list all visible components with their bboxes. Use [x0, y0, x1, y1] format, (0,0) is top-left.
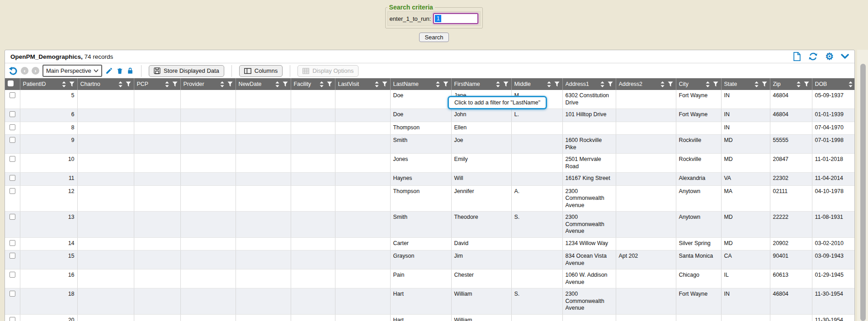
- search-button[interactable]: Search: [419, 33, 448, 42]
- criteria-input[interactable]: 1: [433, 13, 478, 24]
- filter-icon[interactable]: [382, 81, 387, 87]
- cell-address2: [616, 154, 676, 173]
- sort-icon[interactable]: [118, 81, 123, 87]
- select-all-header[interactable]: [5, 78, 20, 90]
- column-header-middle[interactable]: Middle: [511, 78, 562, 90]
- sort-icon[interactable]: [706, 81, 710, 87]
- grid-icon: [302, 68, 309, 74]
- undo-icon[interactable]: [9, 66, 18, 76]
- sort-icon[interactable]: [165, 81, 169, 87]
- cell-city: Anytown: [676, 212, 721, 238]
- sort-icon[interactable]: [320, 81, 324, 87]
- sort-icon[interactable]: [62, 81, 66, 87]
- row-checkbox[interactable]: [9, 92, 15, 98]
- sort-icon[interactable]: [600, 81, 604, 87]
- sort-icon[interactable]: [849, 81, 853, 87]
- row-checkbox[interactable]: [9, 214, 15, 220]
- refresh-icon[interactable]: [808, 52, 818, 61]
- cell-newdate: [236, 185, 291, 212]
- cell-patientid: 10: [20, 154, 77, 173]
- cell-patientid: 11: [20, 173, 77, 186]
- column-header-zip[interactable]: Zip: [770, 78, 812, 90]
- filter-icon[interactable]: [172, 81, 178, 87]
- filter-icon[interactable]: [804, 81, 809, 87]
- row-checkbox[interactable]: [9, 240, 15, 246]
- new-document-icon[interactable]: [793, 52, 801, 61]
- sort-icon[interactable]: [797, 81, 801, 87]
- cell-zip: 90401: [770, 250, 812, 269]
- edit-icon[interactable]: [105, 67, 113, 75]
- column-header-newdate[interactable]: NewDate: [236, 78, 291, 90]
- filter-icon[interactable]: [443, 81, 448, 87]
- column-header-firstname[interactable]: FirstName: [451, 78, 511, 90]
- filter-icon[interactable]: [227, 81, 233, 87]
- filter-icon[interactable]: [327, 81, 332, 87]
- sort-icon[interactable]: [547, 81, 551, 87]
- filter-icon[interactable]: [126, 81, 131, 87]
- search-criteria-section: Search criteria enter_1_to_run: 1 Search: [0, 0, 868, 42]
- lock-icon[interactable]: [127, 67, 134, 75]
- perspective-select[interactable]: Main Perspective: [42, 65, 102, 77]
- row-checkbox[interactable]: [9, 137, 15, 143]
- row-checkbox[interactable]: [9, 272, 15, 278]
- cell-zip: 46804: [770, 288, 812, 315]
- sort-icon[interactable]: [496, 81, 500, 87]
- sort-icon[interactable]: [660, 81, 665, 87]
- next-icon[interactable]: ›: [32, 67, 39, 75]
- sort-icon[interactable]: [275, 81, 279, 87]
- column-header-provider[interactable]: Provider: [180, 78, 236, 90]
- row-checkbox[interactable]: [9, 291, 15, 297]
- filter-icon[interactable]: [668, 81, 673, 87]
- cell-patientid: 16: [20, 269, 77, 288]
- sort-icon[interactable]: [220, 81, 224, 87]
- prev-icon[interactable]: ‹: [21, 67, 28, 75]
- column-header-address1[interactable]: Address1: [562, 78, 616, 90]
- sort-icon[interactable]: [375, 81, 379, 87]
- filter-icon[interactable]: [762, 81, 767, 87]
- delete-icon[interactable]: [116, 67, 123, 75]
- chevron-down-icon[interactable]: [841, 54, 849, 59]
- columns-icon: [244, 68, 251, 74]
- gear-icon[interactable]: ⚙: [825, 52, 834, 61]
- column-header-city[interactable]: City: [676, 78, 721, 90]
- row-checkbox[interactable]: [9, 111, 15, 117]
- table-row: 13SmithTheodoreS.2300 Commonwealth Avenu…: [5, 212, 854, 238]
- column-header-facility[interactable]: Facility: [291, 78, 335, 90]
- cell-facility: [291, 173, 335, 186]
- cell-state: IN: [721, 122, 770, 135]
- row-checkbox[interactable]: [9, 124, 15, 130]
- column-header-state[interactable]: State: [721, 78, 770, 90]
- column-header-lastname[interactable]: LastName: [390, 78, 451, 90]
- row-checkbox[interactable]: [9, 156, 15, 162]
- row-checkbox[interactable]: [9, 188, 15, 194]
- row-checkbox[interactable]: [9, 317, 15, 321]
- select-all-checkbox[interactable]: [8, 80, 14, 86]
- columns-button[interactable]: Columns: [239, 65, 283, 77]
- filter-icon[interactable]: [283, 81, 288, 87]
- column-header-pcp[interactable]: PCP: [134, 78, 180, 90]
- column-header-chartno[interactable]: Chartno: [77, 78, 134, 90]
- column-header-lastvisit[interactable]: LastVisit: [335, 78, 390, 90]
- sort-icon[interactable]: [755, 81, 759, 87]
- sort-icon[interactable]: [436, 81, 440, 87]
- filter-icon[interactable]: [713, 81, 718, 87]
- filter-icon[interactable]: [69, 81, 75, 87]
- filter-icon[interactable]: [503, 81, 509, 87]
- column-header-address2[interactable]: Address2: [616, 78, 676, 90]
- cell-pcp: [134, 250, 180, 269]
- cell-zip: 02111: [770, 185, 812, 212]
- cell-patientid: 18: [20, 288, 77, 315]
- scrollbar-thumb[interactable]: [860, 64, 866, 321]
- filter-icon[interactable]: [554, 81, 560, 87]
- column-header-dob[interactable]: DOB: [812, 78, 854, 90]
- column-header-patientid[interactable]: PatientID: [20, 78, 77, 90]
- cell-lastname: Haynes: [390, 173, 451, 186]
- cell-lastname: Doe: [390, 90, 451, 109]
- filter-icon[interactable]: [608, 81, 613, 87]
- criteria-input-selected-text: 1: [435, 15, 441, 22]
- display-options-button[interactable]: Display Options: [297, 65, 359, 77]
- row-checkbox[interactable]: [9, 253, 15, 259]
- store-displayed-data-button[interactable]: Store Displayed Data: [149, 65, 224, 77]
- cell-dob: 01-29-1945: [812, 269, 854, 288]
- row-checkbox[interactable]: [9, 175, 15, 181]
